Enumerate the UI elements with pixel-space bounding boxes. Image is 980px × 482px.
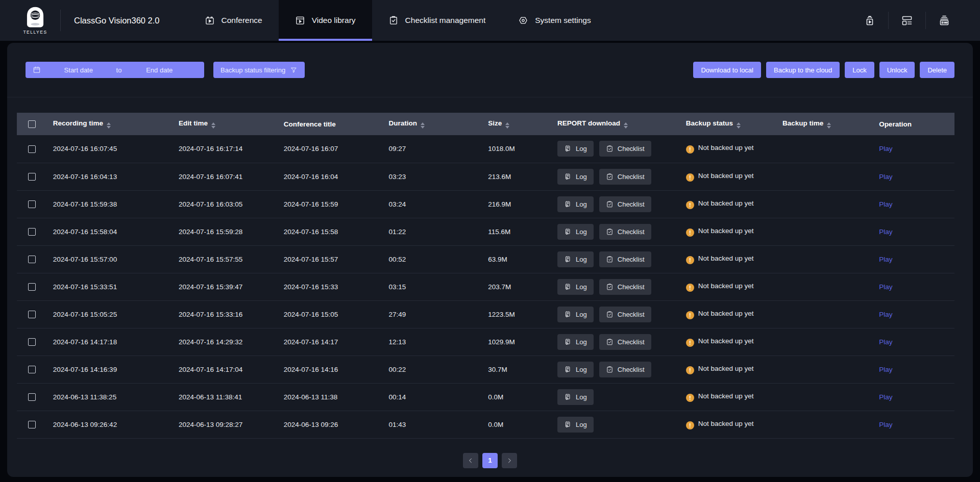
backup-status-filter-button[interactable]: Backup status filtering (213, 62, 305, 78)
checklist-download-button[interactable]: Checklist (599, 251, 651, 267)
col-header-report[interactable]: REPORT download (551, 113, 680, 135)
col-header-backup_time[interactable]: Backup time (776, 113, 873, 135)
play-link[interactable]: Play (879, 311, 892, 318)
checklist-download-button[interactable]: Checklist (599, 362, 651, 377)
tab-video-library[interactable]: Video library (279, 0, 372, 41)
recorder-button[interactable] (926, 10, 963, 31)
col-header-edit_time[interactable]: Edit time (173, 113, 278, 135)
report-download-cell: LogChecklist (551, 328, 680, 356)
play-link[interactable]: Play (879, 366, 892, 373)
app-title: ClassGo Vision360 2.0 (74, 16, 160, 26)
log-download-button[interactable]: Log (557, 251, 594, 267)
log-download-button[interactable]: Log (557, 224, 594, 240)
layout-button[interactable] (889, 10, 925, 31)
row-checkbox[interactable] (28, 200, 36, 208)
operation-cell: Play (873, 411, 954, 438)
col-header-duration[interactable]: Duration (382, 113, 482, 135)
checklist-button-label: Checklist (618, 256, 645, 263)
download-to-local-button[interactable]: Download to local (693, 62, 761, 78)
start-date-placeholder[interactable]: Start date (41, 66, 116, 74)
operation-cell: Play (873, 383, 954, 411)
row-checkbox[interactable] (28, 145, 36, 153)
col-header-recording_time[interactable]: Recording time (47, 113, 173, 135)
row-checkbox[interactable] (28, 366, 36, 373)
select-all-checkbox[interactable] (28, 120, 36, 128)
log-download-button[interactable]: Log (557, 169, 594, 185)
log-download-button[interactable]: Log (557, 334, 594, 350)
operation-cell: Play (873, 273, 954, 300)
date-range-picker[interactable]: Start date to End date (26, 62, 204, 78)
checklist-download-button[interactable]: Checklist (599, 169, 651, 185)
sort-icon[interactable] (421, 122, 425, 129)
log-download-button[interactable]: Log (557, 362, 594, 377)
sort-icon[interactable] (211, 122, 215, 129)
sort-icon[interactable] (505, 122, 509, 129)
row-checkbox[interactable] (28, 228, 36, 236)
log-button-label: Log (576, 200, 587, 208)
col-header-backup_status[interactable]: Backup status (680, 113, 776, 135)
header-divider (60, 10, 61, 31)
log-download-button[interactable]: Log (557, 389, 594, 405)
log-download-button[interactable]: Log (557, 141, 594, 157)
row-checkbox[interactable] (28, 283, 36, 291)
log-download-button[interactable]: Log (557, 196, 594, 212)
play-link[interactable]: Play (879, 283, 892, 291)
tab-system-settings[interactable]: System settings (502, 0, 607, 41)
checklist-download-button[interactable]: Checklist (599, 196, 651, 212)
row-checkbox[interactable] (28, 421, 36, 428)
row-checkbox[interactable] (28, 311, 36, 318)
checklist-icon (606, 173, 614, 181)
log-download-button[interactable]: Log (557, 307, 594, 322)
sort-icon[interactable] (107, 122, 111, 129)
sort-icon[interactable] (624, 122, 628, 129)
table-row: 2024-06-13 11:38:252024-06-13 11:38:4120… (17, 383, 954, 411)
checklist-download-button[interactable]: Checklist (599, 224, 651, 240)
conference-title-cell: 2024-06-13 09:26 (278, 411, 383, 438)
row-checkbox[interactable] (28, 338, 36, 346)
checklist-icon (606, 256, 614, 263)
pagination-next-button[interactable] (502, 453, 517, 468)
checklist-icon (606, 145, 614, 153)
recording-time-cell: 2024-06-13 09:26:42 (47, 411, 173, 438)
play-link[interactable]: Play (879, 145, 892, 153)
play-link[interactable]: Play (879, 338, 892, 346)
row-checkbox[interactable] (28, 393, 36, 401)
backup-status-text: Not backed up yet (698, 337, 754, 345)
delete-button[interactable]: Delete (920, 62, 954, 78)
checklist-download-button[interactable]: Checklist (599, 334, 651, 350)
sort-icon[interactable] (737, 122, 741, 129)
log-download-button[interactable]: Log (557, 279, 594, 295)
backup-time-cell (776, 383, 873, 411)
pagination-page-1[interactable]: 1 (482, 453, 498, 468)
screen-cast-button[interactable] (851, 10, 888, 31)
duration-cell: 01:43 (382, 411, 482, 438)
unlock-button[interactable]: Unlock (879, 62, 915, 78)
pagination-prev-button[interactable] (463, 453, 478, 468)
tab-checklist-management[interactable]: Checklist management (372, 0, 502, 41)
checklist-download-button[interactable]: Checklist (599, 279, 651, 295)
table-row: 2024-07-16 15:57:002024-07-16 15:57:5520… (17, 245, 954, 273)
log-download-button[interactable]: Log (557, 417, 594, 433)
backup-status-text: Not backed up yet (698, 199, 754, 207)
warning-icon: ! (686, 284, 694, 292)
play-link[interactable]: Play (879, 393, 892, 401)
play-link[interactable]: Play (879, 256, 892, 263)
row-checkbox[interactable] (28, 173, 36, 181)
lock-button[interactable]: Lock (845, 62, 874, 78)
checklist-download-button[interactable]: Checklist (599, 307, 651, 322)
tab-conference[interactable]: Conference (188, 0, 279, 41)
play-link[interactable]: Play (879, 421, 892, 428)
backup-to-the-cloud-button[interactable]: Backup to the cloud (766, 62, 840, 78)
end-date-placeholder[interactable]: End date (121, 66, 197, 74)
conference-title-cell: 2024-07-16 14:16 (278, 356, 383, 383)
row-checkbox[interactable] (28, 256, 36, 263)
play-link[interactable]: Play (879, 173, 892, 181)
play-link[interactable]: Play (879, 228, 892, 236)
col-header-select[interactable] (17, 113, 47, 135)
play-link[interactable]: Play (879, 200, 892, 208)
checklist-download-button[interactable]: Checklist (599, 141, 651, 157)
sort-icon[interactable] (827, 122, 831, 129)
size-cell: 203.7M (482, 273, 551, 300)
warning-icon: ! (686, 339, 694, 347)
col-header-size[interactable]: Size (482, 113, 551, 135)
